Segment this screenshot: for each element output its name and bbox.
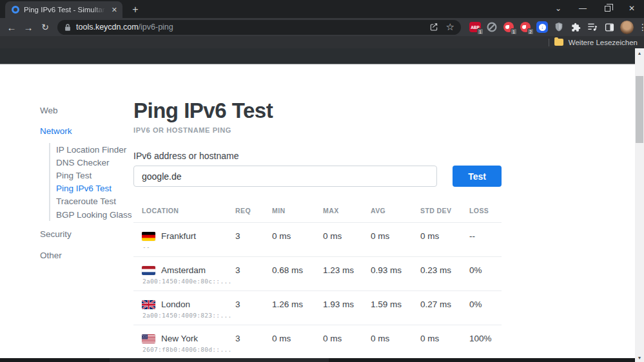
- browser-tab[interactable]: Ping IPv6 Test - Simultaneously P ✕: [5, 1, 122, 18]
- keycdn-favicon-icon: [12, 6, 19, 14]
- sidebar-item-traceroute-test[interactable]: Traceroute Test: [56, 195, 130, 208]
- cell-stddev: 0 ms: [420, 325, 469, 343]
- cell-avg: 0 ms: [371, 325, 420, 343]
- forward-button[interactable]: →: [20, 19, 37, 35]
- col-location: Location: [142, 207, 235, 214]
- profile-avatar[interactable]: [620, 21, 634, 34]
- page-subtitle: IPV6 OR HOSTNAME PING: [133, 126, 502, 134]
- col-avg: Avg: [371, 207, 420, 214]
- adblock-plus-extension-icon[interactable]: ABP 1: [469, 21, 481, 33]
- cell-min: 0 ms: [272, 223, 323, 241]
- cell-avg: 0 ms: [371, 223, 420, 241]
- browser-menu-icon[interactable]: ⋮: [635, 19, 644, 35]
- tab-close-icon[interactable]: ✕: [112, 6, 117, 14]
- sidebar-item-dns-checker[interactable]: DNS Checker: [56, 156, 130, 169]
- tab-title: Ping IPv6 Test - Simultaneously P: [24, 6, 107, 14]
- sidebar-item-bgp-looking-glass[interactable]: BGP Looking Glass: [56, 208, 130, 221]
- location-name: Amsterdam: [161, 265, 206, 275]
- cell-min: 0.68 ms: [272, 257, 323, 275]
- sidebar-item-web[interactable]: Web: [40, 106, 130, 115]
- table-row: Frankfurt -- 3 0 ms 0 ms 0 ms 0 ms --: [133, 223, 502, 257]
- url-bar[interactable]: tools.keycdn.com/ipv6-ping ☆: [57, 20, 461, 35]
- us-flag-icon: [142, 334, 155, 343]
- col-loss: Loss: [469, 207, 502, 214]
- sidebar-item-ping-ipv6-test[interactable]: Ping IPv6 Test: [56, 182, 130, 195]
- table-header-row: Location Req Min Max Avg Std dev Loss: [133, 198, 502, 223]
- scrollbar-thumb[interactable]: [636, 76, 643, 143]
- page-content: Web Network IP Location Finder DNS Check…: [0, 64, 635, 358]
- table-row: Amsterdam 2a00:1450:400e:80c::... 3 0.68…: [133, 257, 502, 291]
- scrollbar-up-icon[interactable]: ▲: [635, 48, 644, 57]
- adblock-badge: 1: [477, 28, 483, 35]
- restore-icon: [605, 6, 610, 12]
- red-extension-1-icon[interactable]: 1: [503, 21, 514, 33]
- lock-icon: [64, 23, 71, 32]
- sidebar-item-ip-location-finder[interactable]: IP Location Finder: [56, 143, 130, 156]
- location-name: New York: [161, 334, 198, 343]
- cell-max: 0 ms: [323, 325, 371, 343]
- netherlands-flag-icon: [142, 266, 155, 275]
- page-title: Ping IPv6 Test: [133, 98, 502, 124]
- sidebar-item-ping-test[interactable]: Ping Test: [56, 169, 130, 182]
- location-ip: 2a00:1450:400e:80c::...: [142, 278, 235, 285]
- site-dark-navbar: [0, 48, 635, 64]
- cell-min: 0 ms: [272, 325, 323, 343]
- cell-loss: 100%: [469, 325, 502, 343]
- sidebar-item-security[interactable]: Security: [40, 229, 130, 239]
- scrollbar-down-icon[interactable]: ▼: [635, 353, 644, 362]
- ping-tool-main: Ping IPv6 Test IPV6 OR HOSTNAME PING IPv…: [133, 98, 502, 359]
- location-name: London: [161, 300, 190, 309]
- test-button[interactable]: Test: [453, 166, 502, 187]
- tools-sidebar: Web Network IP Location Finder DNS Check…: [40, 106, 130, 260]
- red-extension-1-badge: 1: [511, 28, 517, 35]
- new-tab-button[interactable]: +: [129, 3, 142, 16]
- col-min: Min: [272, 207, 323, 214]
- download-manager-extension-icon[interactable]: ↓: [536, 21, 548, 33]
- reload-button[interactable]: ↻: [37, 19, 54, 35]
- browser-titlebar: Ping IPv6 Test - Simultaneously P ✕ + ⌄ …: [0, 0, 644, 18]
- cell-avg: 1.59 ms: [371, 291, 420, 309]
- browser-toolbar: ← → ↻ tools.keycdn.com/ipv6-ping ☆ ABP 1…: [0, 18, 644, 36]
- playlist-icon[interactable]: [587, 21, 598, 33]
- host-input-label: IPv6 address or hostname: [133, 151, 502, 161]
- red-extension-2-icon[interactable]: 2: [520, 21, 531, 33]
- cell-min: 1.26 ms: [272, 291, 323, 309]
- ping-results-table: Location Req Min Max Avg Std dev Loss: [133, 198, 502, 359]
- other-bookmarks-button[interactable]: Weitere Lesezeichen: [569, 39, 638, 46]
- blocker-extension-icon[interactable]: [486, 21, 498, 33]
- sidebar-item-network[interactable]: Network: [40, 126, 130, 136]
- folder-icon: [554, 39, 563, 46]
- cell-stddev: 0.23 ms: [420, 257, 469, 275]
- germany-flag-icon: [142, 232, 155, 241]
- table-row: New York 2607:f8b0:4006:80d::... 3 0 ms …: [133, 325, 502, 359]
- cell-stddev: 0 ms: [420, 223, 469, 241]
- sidebar-item-other[interactable]: Other: [40, 251, 130, 260]
- window-controls: ⌄ — ✕: [546, 0, 644, 17]
- page-scrollbar[interactable]: ▲ ▼: [635, 48, 644, 362]
- cell-max: 1.93 ms: [323, 291, 371, 309]
- share-icon[interactable]: [429, 23, 438, 32]
- url-host: tools.keycdn.com: [76, 23, 139, 32]
- location-ip: --: [142, 243, 235, 251]
- tab-search-chevron-icon[interactable]: ⌄: [546, 0, 571, 17]
- minimize-button[interactable]: —: [571, 0, 595, 17]
- extensions-puzzle-icon[interactable]: [570, 21, 581, 33]
- col-req: Req: [235, 207, 272, 214]
- back-button[interactable]: ←: [3, 19, 20, 35]
- cell-stddev: 0.27 ms: [420, 291, 469, 309]
- restore-button[interactable]: [595, 0, 620, 17]
- bookmarks-separator: [549, 39, 549, 46]
- side-panel-icon[interactable]: [603, 21, 615, 33]
- host-input[interactable]: [133, 166, 437, 187]
- close-button[interactable]: ✕: [620, 0, 644, 17]
- bookmark-star-icon[interactable]: ☆: [446, 21, 454, 33]
- cell-req: 3: [235, 257, 272, 275]
- col-stddev: Std dev: [420, 207, 469, 214]
- cell-loss: 0%: [469, 257, 502, 275]
- location-ip: 2607:f8b0:4006:80d::...: [142, 346, 235, 353]
- uk-flag-icon: [142, 300, 155, 309]
- table-row: London 2a00:1450:4009:823::... 3 1.26 ms…: [133, 291, 502, 325]
- cell-req: 3: [235, 325, 272, 343]
- shield-extension-icon[interactable]: [553, 21, 565, 33]
- cell-avg: 0.93 ms: [371, 257, 420, 275]
